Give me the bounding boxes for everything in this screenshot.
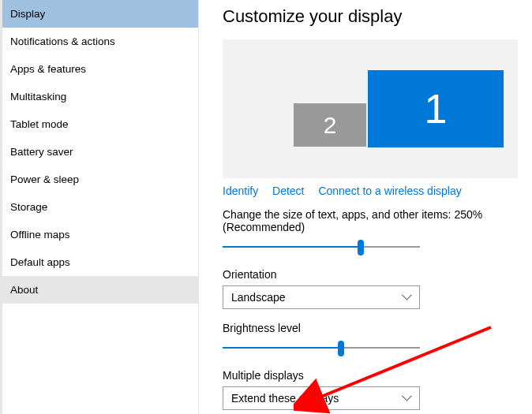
- chevron-down-icon: [403, 396, 411, 401]
- orientation-select[interactable]: Landscape: [223, 285, 420, 309]
- sidebar-item-battery-saver[interactable]: Battery saver: [2, 138, 198, 166]
- orientation-label: Orientation: [223, 268, 518, 281]
- monitor-1[interactable]: 1: [368, 70, 504, 147]
- sidebar-item-offline-maps[interactable]: Offline maps: [2, 221, 198, 248]
- orientation-value: Landscape: [231, 291, 286, 304]
- multiple-displays-label: Multiple displays: [223, 369, 518, 382]
- sidebar-item-about[interactable]: About: [2, 276, 198, 304]
- main-content: Customize your display 2 1 Identify Dete…: [199, 0, 532, 414]
- display-arrangement-preview[interactable]: 2 1: [223, 39, 518, 178]
- identify-link[interactable]: Identify: [223, 185, 258, 197]
- multiple-displays-value: Extend these displays: [231, 392, 339, 405]
- chevron-down-icon: [403, 295, 411, 300]
- connect-wireless-link[interactable]: Connect to a wireless display: [318, 185, 461, 197]
- display-links: Identify Detect Connect to a wireless di…: [223, 185, 518, 197]
- settings-sidebar: Display Notifications & actions Apps & f…: [0, 0, 199, 414]
- scale-label: Change the size of text, apps, and other…: [223, 208, 518, 233]
- sidebar-item-display[interactable]: Display: [2, 0, 198, 28]
- brightness-label: Brightness level: [223, 322, 518, 334]
- sidebar-item-apps-features[interactable]: Apps & features: [2, 55, 198, 83]
- scale-slider[interactable]: [223, 238, 420, 255]
- sidebar-item-tablet-mode[interactable]: Tablet mode: [2, 110, 198, 138]
- sidebar-item-power-sleep[interactable]: Power & sleep: [2, 166, 198, 193]
- sidebar-item-storage[interactable]: Storage: [2, 193, 198, 221]
- brightness-slider[interactable]: [223, 339, 420, 356]
- sidebar-item-notifications[interactable]: Notifications & actions: [2, 28, 198, 55]
- page-title: Customize your display: [223, 6, 518, 27]
- monitor-2[interactable]: 2: [294, 103, 366, 147]
- detect-link[interactable]: Detect: [272, 185, 304, 197]
- multiple-displays-select[interactable]: Extend these displays: [223, 386, 420, 410]
- sidebar-item-multitasking[interactable]: Multitasking: [2, 83, 198, 110]
- sidebar-item-default-apps[interactable]: Default apps: [2, 248, 198, 276]
